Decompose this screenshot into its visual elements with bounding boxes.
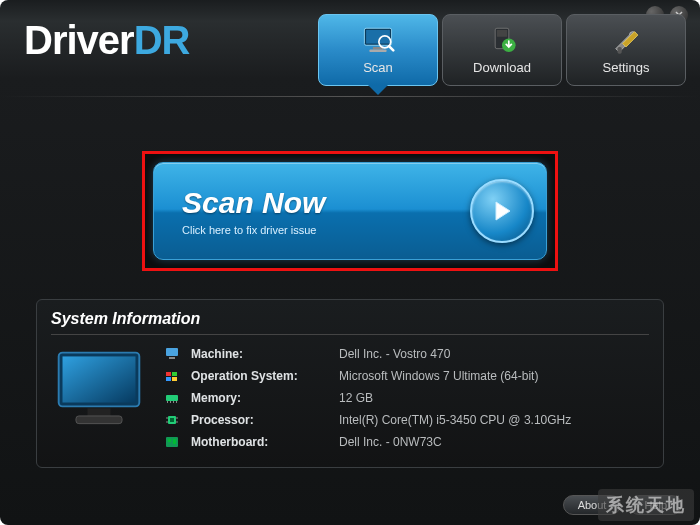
machine-label: Machine:	[191, 347, 339, 361]
svg-rect-24	[167, 401, 168, 403]
tab-download-label: Download	[473, 60, 531, 75]
scan-subtitle: Click here to fix driver issue	[182, 224, 470, 236]
row-os: Operation System: Microsoft Windows 7 Ul…	[163, 365, 649, 387]
tab-download[interactable]: Download	[442, 14, 562, 86]
scan-title: Scan Now	[182, 186, 470, 220]
svg-rect-12	[618, 46, 622, 53]
svg-rect-20	[172, 372, 177, 376]
cpu-label: Processor:	[191, 413, 339, 427]
svg-rect-16	[76, 416, 122, 424]
svg-rect-25	[170, 401, 171, 403]
svg-rect-15	[87, 408, 110, 416]
motherboard-value: Dell Inc. - 0NW73C	[339, 435, 442, 449]
svg-rect-14	[63, 356, 136, 402]
tab-settings-label: Settings	[603, 60, 650, 75]
motherboard-icon	[163, 435, 181, 449]
svg-rect-29	[170, 418, 174, 422]
main-tabs: Scan Download Settings	[318, 14, 686, 86]
svg-rect-34	[166, 437, 178, 447]
app-logo: DriverDR	[24, 18, 189, 63]
scan-now-button[interactable]: Scan Now Click here to fix driver issue	[153, 162, 547, 260]
svg-rect-21	[166, 377, 171, 381]
settings-tools-icon	[609, 26, 643, 56]
svg-rect-10	[497, 29, 507, 36]
logo-text-suffix: DR	[134, 18, 190, 62]
row-cpu: Processor: Intel(R) Core(TM) i5-3450 CPU…	[163, 409, 649, 431]
monitor-icon	[51, 343, 147, 439]
tab-settings[interactable]: Settings	[566, 14, 686, 86]
memory-icon	[163, 391, 181, 405]
svg-rect-19	[166, 372, 171, 376]
os-label: Operation System:	[191, 369, 339, 383]
watermark: 系统天地	[598, 489, 694, 521]
row-motherboard: Motherboard: Dell Inc. - 0NW73C	[163, 431, 649, 453]
motherboard-label: Motherboard:	[191, 435, 339, 449]
svg-rect-36	[173, 439, 176, 444]
cpu-value: Intel(R) Core(TM) i5-3450 CPU @ 3.10GHz	[339, 413, 571, 427]
play-arrow-icon	[470, 179, 534, 243]
svg-rect-35	[168, 439, 171, 442]
svg-rect-6	[370, 49, 387, 52]
machine-icon	[163, 347, 181, 361]
memory-value: 12 GB	[339, 391, 373, 405]
sysinfo-heading: System Information	[51, 310, 649, 335]
system-information-panel: System Information Machine: Dell Inc. - …	[36, 299, 664, 468]
os-icon	[163, 369, 181, 383]
svg-rect-18	[169, 357, 175, 359]
svg-line-8	[389, 46, 393, 50]
svg-rect-27	[176, 401, 177, 403]
main-content: Scan Now Click here to fix driver issue …	[0, 97, 700, 484]
svg-rect-17	[166, 348, 178, 356]
svg-rect-22	[172, 377, 177, 381]
app-window: DriverDR Scan	[0, 0, 700, 525]
scan-button-text: Scan Now Click here to fix driver issue	[182, 186, 470, 236]
tab-scan[interactable]: Scan	[318, 14, 438, 86]
svg-rect-23	[166, 395, 178, 401]
os-value: Microsoft Windows 7 Ultimate (64-bit)	[339, 369, 538, 383]
logo-text-main: Driver	[24, 18, 134, 62]
download-icon	[485, 26, 519, 56]
scan-highlight-box: Scan Now Click here to fix driver issue	[142, 151, 558, 271]
cpu-icon	[163, 413, 181, 427]
sysinfo-table: Machine: Dell Inc. - Vostro 470 Operatio…	[163, 343, 649, 453]
row-memory: Memory: 12 GB	[163, 387, 649, 409]
machine-value: Dell Inc. - Vostro 470	[339, 347, 450, 361]
row-machine: Machine: Dell Inc. - Vostro 470	[163, 343, 649, 365]
monitor-search-icon	[361, 26, 395, 56]
tab-scan-label: Scan	[363, 60, 393, 75]
svg-rect-26	[173, 401, 174, 403]
header: DriverDR Scan	[0, 0, 700, 86]
memory-label: Memory:	[191, 391, 339, 405]
